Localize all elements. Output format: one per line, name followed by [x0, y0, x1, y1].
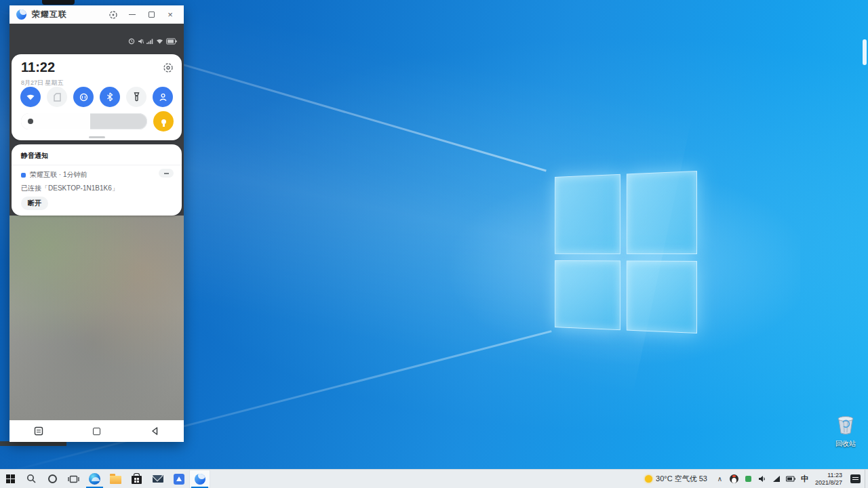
- sim-icon: [54, 93, 61, 102]
- edge-browser-button[interactable]: [84, 470, 105, 488]
- signal-icon: [146, 38, 153, 45]
- window-titlebar[interactable]: 荣耀互联 ×: [9, 5, 184, 24]
- phone-screen: 11:22 8月27日 星期五: [9, 24, 184, 442]
- blue-app-icon: [174, 474, 184, 485]
- wifi-icon: [26, 93, 35, 101]
- edge-icon: [89, 473, 100, 485]
- network-tray-button[interactable]: [771, 475, 783, 483]
- recycle-bin-label: 回收站: [829, 439, 863, 449]
- qq-icon: [730, 474, 738, 483]
- notification-section-title: 静音通知: [21, 151, 48, 161]
- network-icon: [772, 475, 781, 483]
- battery-tray-button[interactable]: [785, 476, 797, 482]
- windows-logo-pane: [626, 261, 697, 333]
- window-controls: ×: [104, 5, 180, 24]
- mail-icon: [153, 475, 163, 483]
- phone-mirror-window: 荣耀互联 × 11:22: [9, 5, 184, 442]
- notification-card[interactable]: 静音通知 荣耀互联 · 1分钟前 已连接「DESKTOP-1N1B1K6」 断开: [12, 144, 182, 216]
- cast-settings-icon[interactable]: [104, 5, 123, 24]
- phone-clock: 11:22: [21, 60, 55, 75]
- toggle-flashlight[interactable]: [126, 87, 146, 107]
- window-title: 荣耀互联: [32, 9, 67, 20]
- background-window-sliver: [0, 441, 66, 446]
- brightness-slider[interactable]: [21, 113, 147, 129]
- notification-app-row: 荣耀互联 · 1分钟前: [21, 170, 87, 180]
- phone-mirror-app-icon: [195, 474, 205, 485]
- recents-button[interactable]: [9, 426, 68, 436]
- toggle-mobile-data[interactable]: [73, 87, 94, 107]
- mail-button[interactable]: [147, 470, 168, 488]
- windows-logo-pane: [555, 260, 620, 330]
- app-dot-icon: [21, 173, 26, 178]
- file-explorer-button[interactable]: [105, 470, 126, 488]
- settings-icon[interactable]: [163, 62, 174, 76]
- search-icon: [26, 474, 37, 484]
- clock-date: 2021/8/27: [815, 479, 842, 487]
- cortana-icon: [48, 474, 57, 483]
- recents-icon: [34, 426, 43, 436]
- blue-app-button[interactable]: [168, 470, 189, 488]
- action-center-icon[interactable]: [850, 474, 861, 483]
- divider: [12, 165, 182, 165]
- battery-icon: [786, 476, 795, 482]
- back-icon: [151, 426, 159, 436]
- toggle-wifi[interactable]: [20, 87, 41, 107]
- taskbar-apps: [0, 470, 210, 488]
- taskbar: 30°C 空气优 53 ∧ 中 11:23 2021/8/27: [0, 469, 868, 488]
- close-button[interactable]: ×: [161, 5, 180, 24]
- speaker-icon: [758, 475, 766, 483]
- toggle-user[interactable]: [153, 87, 173, 107]
- recycle-bin[interactable]: 回收站: [829, 413, 863, 449]
- green-app-tray-button[interactable]: [743, 476, 754, 482]
- home-button[interactable]: [68, 428, 126, 435]
- task-view-button[interactable]: [63, 470, 84, 488]
- maximize-button[interactable]: [142, 5, 161, 24]
- minimize-button[interactable]: [123, 5, 142, 24]
- speaker-tray-button[interactable]: [757, 475, 768, 483]
- window-top-tab: [42, 0, 75, 5]
- desktop: 回收站 荣耀互联 ×: [0, 0, 868, 488]
- recycle-bin-icon: [835, 413, 856, 435]
- file-explorer-icon: [110, 476, 121, 484]
- windows-start-icon: [6, 474, 15, 483]
- windows-logo: [555, 171, 697, 333]
- brightness-knob[interactable]: [28, 119, 33, 124]
- hidden-icons-chevron[interactable]: ∧: [714, 475, 726, 483]
- toggle-sim[interactable]: [47, 87, 67, 107]
- green-app-icon: [745, 476, 751, 482]
- taskbar-clock[interactable]: 11:23 2021/8/27: [811, 472, 846, 487]
- scrollbar-thumb[interactable]: [863, 39, 867, 65]
- store-button[interactable]: [126, 470, 147, 488]
- ime-indicator[interactable]: 中: [798, 474, 811, 484]
- disconnect-button[interactable]: 断开: [21, 197, 48, 210]
- bulb-icon: [161, 119, 166, 124]
- collapse-icon: [164, 173, 169, 174]
- quick-settings-card: 11:22 8月27日 星期五: [12, 54, 182, 140]
- back-button[interactable]: [125, 426, 184, 436]
- start-button[interactable]: [0, 470, 21, 488]
- system-tray: 30°C 空气优 53 ∧ 中 11:23 2021/8/27: [639, 470, 868, 488]
- toggle-bluetooth[interactable]: [100, 87, 120, 107]
- sun-icon: [645, 475, 652, 483]
- search-button[interactable]: [21, 470, 42, 488]
- app-logo-icon: [16, 9, 26, 20]
- notification-app-line: 荣耀互联 · 1分钟前: [30, 170, 87, 180]
- expand-handle[interactable]: [89, 136, 105, 138]
- auto-brightness-button[interactable]: [153, 111, 174, 131]
- windows-logo-pane: [626, 171, 697, 254]
- weather-widget[interactable]: 30°C 空气优 53: [639, 470, 713, 488]
- battery-icon: [166, 38, 177, 45]
- phone-mirror-app-button[interactable]: [189, 470, 210, 488]
- clock-time: 11:23: [815, 472, 842, 479]
- collapse-notification-button[interactable]: [159, 169, 174, 178]
- blurred-wallpaper: [9, 216, 184, 420]
- show-desktop-button[interactable]: [865, 470, 868, 488]
- weather-text: 30°C 空气优 53: [656, 474, 707, 484]
- store-icon: [132, 476, 142, 484]
- cortana-button[interactable]: [42, 470, 63, 488]
- bluetooth-icon: [106, 92, 113, 102]
- mobile-data-icon: [79, 93, 88, 102]
- phone-nav-bar: [9, 420, 184, 442]
- qq-tray-button[interactable]: [728, 474, 740, 483]
- user-icon: [159, 93, 167, 102]
